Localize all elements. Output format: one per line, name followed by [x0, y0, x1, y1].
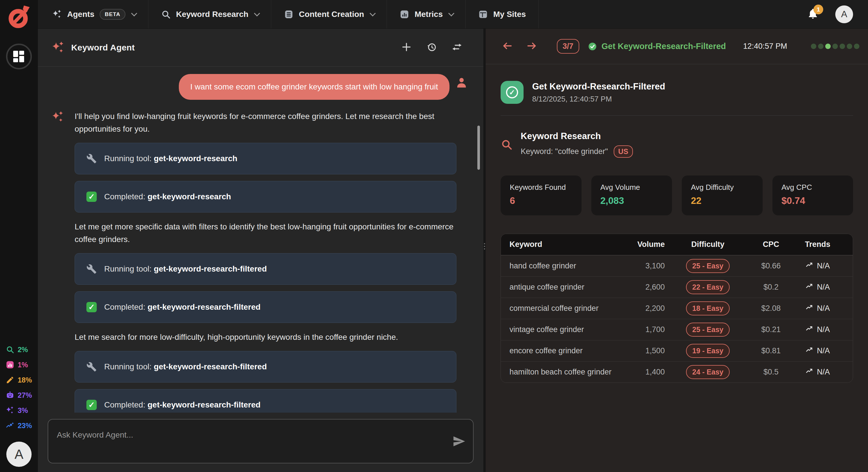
- progress-dot-3[interactable]: [825, 43, 831, 49]
- check-square-icon: ✓: [86, 302, 97, 312]
- cell-volume: 1,400: [622, 368, 665, 376]
- chevron-down-icon: [448, 10, 454, 16]
- keyword-research-section: Keyword Research Keyword: "coffee grinde…: [501, 131, 853, 158]
- bar-chart-icon: [400, 9, 409, 19]
- trend-up-icon: [6, 421, 14, 430]
- sidebar-stat-item[interactable]: 23%: [6, 421, 32, 430]
- table-row: commercial coffee grinder2,20018 - Easy$…: [501, 298, 853, 319]
- cell-cpc: $2.08: [751, 304, 791, 313]
- chat-input-area: [38, 413, 484, 472]
- table-header-row: KeywordVolumeDifficultyCPCTrends: [501, 234, 853, 255]
- trend-up-icon: [805, 367, 814, 377]
- nav-item-metrics[interactable]: Metrics: [387, 0, 466, 28]
- user-message-row: I want some ecom coffee grinder keywords…: [74, 74, 468, 100]
- history-button[interactable]: [425, 41, 438, 54]
- sidebar-stat-item[interactable]: 3%: [6, 406, 28, 415]
- tool-running-card: Running tool: get-keyword-research: [74, 143, 456, 174]
- progress-dot-7[interactable]: [854, 43, 859, 49]
- result-timestamp: 8/12/2025, 12:40:57 PM: [532, 95, 665, 103]
- sidebar-stat-value: 23%: [18, 422, 32, 430]
- stat-value: $0.74: [782, 195, 844, 206]
- nav-item-keyword-research[interactable]: Keyword Research: [148, 0, 271, 28]
- tool-running-card: Running tool: get-keyword-research-filte…: [74, 253, 456, 285]
- assistant-message-text: Let me get more specific data with filte…: [74, 221, 456, 246]
- chat-title: Keyword Agent: [71, 43, 135, 53]
- chat-header: Keyword Agent: [38, 29, 484, 67]
- nav-item-label: Keyword Research: [176, 10, 248, 19]
- arrow-right-icon: [526, 48, 537, 52]
- step-time: 12:40:57 PM: [743, 42, 787, 51]
- dashboard-grid-button[interactable]: [6, 43, 32, 69]
- prev-step-button[interactable]: [501, 40, 514, 53]
- send-button[interactable]: [453, 435, 466, 448]
- cell-volume: 1,500: [622, 346, 665, 355]
- progress-dot-5[interactable]: [840, 43, 845, 49]
- chevron-down-icon: [131, 10, 137, 16]
- nav-item-content-creation[interactable]: Content Creation: [271, 0, 387, 28]
- person-icon: [455, 76, 468, 89]
- difficulty-badge: 24 - Easy: [686, 365, 730, 379]
- swap-agent-button[interactable]: [451, 41, 463, 54]
- cell-trends: N/A: [805, 367, 830, 377]
- trend-up-icon: [805, 345, 814, 356]
- cell-cpc: $0.5: [751, 368, 791, 376]
- nav-item-label: Content Creation: [299, 10, 364, 19]
- step-counter-badge[interactable]: 3/7: [557, 39, 579, 54]
- cell-keyword: antique coffee grinder: [509, 283, 622, 292]
- progress-dot-2[interactable]: [818, 43, 824, 49]
- difficulty-badge: 22 - Easy: [686, 280, 730, 294]
- progress-dot-1[interactable]: [811, 43, 816, 49]
- history-icon: [426, 49, 437, 53]
- arrow-left-icon: [502, 48, 513, 52]
- topnav-right: 1 A: [807, 0, 868, 28]
- nav-item-agents[interactable]: AgentsBETA: [38, 0, 148, 28]
- notification-badge: 1: [813, 5, 823, 14]
- nav-item-my-sites[interactable]: My Sites: [466, 0, 539, 28]
- cell-cpc: $0.21: [751, 325, 791, 334]
- search-icon: [161, 9, 171, 19]
- sidebar-stat-item[interactable]: 27%: [6, 391, 32, 400]
- sidebar-stat-item[interactable]: 1%: [6, 360, 28, 369]
- progress-dot-6[interactable]: [847, 43, 852, 49]
- stat-value: 6: [510, 195, 572, 206]
- cell-keyword: hand coffee grinder: [509, 262, 622, 270]
- chevron-down-icon: [370, 10, 376, 16]
- stat-card: Avg Volume2,083: [591, 175, 672, 215]
- next-step-button[interactable]: [525, 40, 538, 53]
- new-chat-button[interactable]: [400, 41, 413, 54]
- tool-completed-card: ✓Completed: get-keyword-research: [74, 181, 456, 212]
- sidebar-avatar[interactable]: A: [6, 442, 32, 467]
- grid-icon: [13, 51, 25, 62]
- step-inspector-panel: 3/7 Get Keyword-Research-Filtered 12:40:…: [486, 29, 868, 472]
- table-row: encore coffee grinder1,50019 - Easy$0.81…: [501, 340, 853, 361]
- stat-card: Avg CPC$0.74: [772, 175, 854, 215]
- app-root: 2%1%18%27%3%23% A AgentsBETAKeyword Rese…: [0, 0, 868, 472]
- stat-label: Avg CPC: [782, 183, 844, 192]
- step-title[interactable]: Get Keyword-Research-Filtered: [601, 42, 726, 51]
- sidebar-stat-item[interactable]: 18%: [6, 375, 32, 384]
- cell-keyword: commercial coffee grinder: [509, 304, 622, 313]
- sidebar-stat-value: 1%: [18, 361, 28, 369]
- sidebar-stat-item[interactable]: 2%: [6, 345, 28, 354]
- notifications-button[interactable]: 1: [807, 7, 819, 21]
- search-icon: [6, 345, 14, 354]
- divider-handle-icon: [484, 243, 485, 244]
- country-badge: US: [614, 145, 633, 158]
- panel-resize-divider[interactable]: [484, 29, 486, 472]
- cell-trends: N/A: [805, 303, 830, 314]
- beta-badge: BETA: [100, 9, 125, 20]
- user-avatar[interactable]: A: [835, 5, 853, 23]
- check-square-icon: ✓: [86, 400, 97, 410]
- cell-trends: N/A: [805, 324, 830, 335]
- cell-cpc: $0.81: [751, 346, 791, 355]
- chat-input[interactable]: [48, 419, 473, 463]
- keyword-query: Keyword: "coffee grinder": [521, 147, 608, 156]
- sidebar-stat-value: 3%: [18, 406, 28, 415]
- chat-scrollbar[interactable]: [477, 126, 480, 170]
- brand-logo[interactable]: [7, 4, 31, 32]
- difficulty-badge: 19 - Easy: [686, 344, 730, 358]
- inspector-header: 3/7 Get Keyword-Research-Filtered 12:40:…: [486, 29, 868, 64]
- cell-cpc: $0.2: [751, 283, 791, 292]
- progress-dot-4[interactable]: [832, 43, 838, 49]
- bell-icon: [807, 16, 818, 20]
